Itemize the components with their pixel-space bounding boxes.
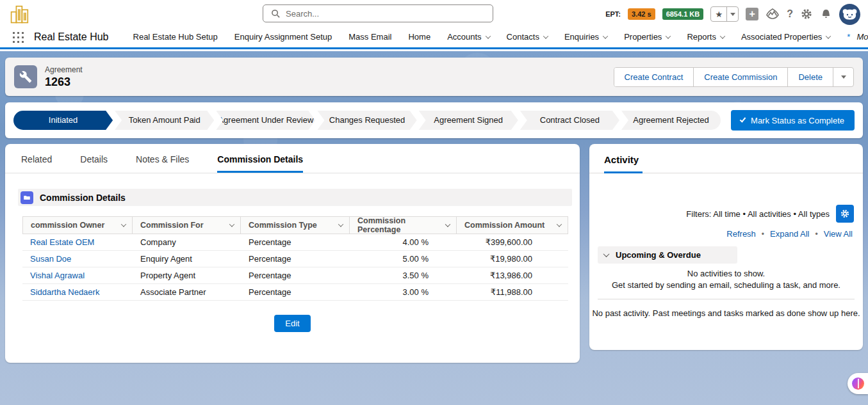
owner-link[interactable]: Siddartha Nedaerk	[30, 287, 99, 297]
assistant-launcher-button[interactable]	[848, 373, 868, 394]
quick-add-button[interactable]: +	[746, 8, 758, 20]
app-name: Real Estate Hub	[34, 31, 109, 43]
user-avatar[interactable]	[839, 4, 860, 25]
table-row: Siddartha Nedaerk Associate Partner Perc…	[22, 284, 568, 301]
col-commission-type[interactable]: Commission Type	[241, 216, 350, 234]
tab-details[interactable]: Details	[80, 154, 108, 173]
table-header-row: commission Owner Commission For Commissi…	[22, 216, 568, 234]
nav-tab-mass-email[interactable]: Mass Email	[348, 32, 391, 42]
tab-related[interactable]: Related	[21, 154, 52, 173]
mark-status-complete-button[interactable]: Mark Status as Complete	[731, 110, 855, 131]
record-detail-panel: Related Details Notes & Files Commission…	[5, 144, 580, 363]
nav-tab-home[interactable]: Home	[408, 32, 430, 42]
ept-label: EPT:	[605, 10, 621, 18]
global-search[interactable]	[263, 4, 493, 22]
create-commission-button[interactable]: Create Commission	[693, 68, 787, 86]
bell-icon	[820, 8, 832, 20]
cell-percentage: 4.00 %	[350, 234, 457, 251]
nav-tab-properties[interactable]: Properties	[624, 32, 670, 42]
col-commission-percentage[interactable]: Commission Percentage	[350, 216, 457, 234]
col-commission-amount[interactable]: Commission Amount	[457, 216, 568, 234]
tab-notes-files[interactable]: Notes & Files	[136, 154, 189, 173]
empty-state-subtitle: Get started by sending an email, schedul…	[589, 280, 863, 291]
chevron-down-icon[interactable]	[229, 221, 234, 226]
nav-tab-contacts[interactable]: Contacts	[507, 32, 548, 42]
create-contract-button[interactable]: Create Contract	[614, 68, 694, 86]
stage-changes-requested[interactable]: Changes Requested	[317, 111, 416, 130]
stage-token-amount-paid[interactable]: Token Amount Paid	[115, 111, 214, 130]
check-icon	[740, 116, 746, 122]
content-area: Agreement 1263 Create Contract Create Co…	[0, 51, 868, 405]
notifications-button[interactable]	[820, 8, 832, 20]
favorites-caret-button[interactable]	[726, 7, 738, 21]
activity-tabs: Activity	[589, 144, 863, 173]
activity-filters: Filters: All time • All activities • All…	[686, 205, 854, 223]
ept-size-badge: 6854.1 KB	[662, 8, 704, 20]
commission-details-section-header: Commission Details	[18, 189, 572, 206]
app-launcher-icon[interactable]	[12, 31, 24, 43]
chevron-down-icon[interactable]	[121, 221, 126, 226]
cell-commission-type: Percentage	[241, 267, 350, 284]
setup-button[interactable]	[800, 8, 813, 20]
chevron-down-icon	[543, 33, 548, 38]
edit-button[interactable]: Edit	[274, 315, 310, 332]
cell-commission-type: Percentage	[241, 284, 350, 301]
divider	[598, 299, 855, 299]
col-commission-owner[interactable]: commission Owner	[22, 216, 133, 234]
guidance-button[interactable]	[766, 8, 780, 20]
cell-commission-type: Percentage	[241, 234, 350, 251]
cell-percentage: 3.50 %	[350, 267, 457, 284]
owner-link[interactable]: Real Estate OEM	[30, 237, 94, 247]
tab-commission-details[interactable]: Commission Details	[217, 154, 303, 173]
star-icon: ★	[715, 10, 723, 19]
section-title: Commission Details	[40, 193, 126, 203]
record-title: Agreement 1263	[45, 65, 83, 89]
upcoming-overdue-title: Upcoming & Overdue	[616, 250, 701, 260]
chevron-down-icon[interactable]	[338, 221, 343, 226]
cell-amount: ₹19,980.00	[457, 251, 568, 267]
cell-commission-type: Percentage	[241, 251, 350, 267]
cell-percentage: 5.00 %	[350, 251, 457, 267]
caret-down-icon	[730, 13, 735, 16]
nav-tab-reports[interactable]: Reports	[687, 32, 725, 42]
owner-link[interactable]: Vishal Agrawal	[30, 271, 85, 280]
chevron-down-icon[interactable]	[557, 221, 562, 226]
chevron-down-icon	[603, 251, 610, 257]
stage-contract-closed[interactable]: Contract Closed	[520, 111, 619, 130]
upcoming-overdue-section[interactable]: Upcoming & Overdue	[598, 246, 737, 264]
nav-tab-enquiries[interactable]: Enquiries	[564, 32, 607, 42]
stage-agreement-signed[interactable]: Agreement Signed	[419, 111, 518, 130]
search-input[interactable]	[286, 9, 493, 19]
caret-down-icon	[841, 75, 846, 79]
nav-tab-associated-properties[interactable]: Associated Properties	[741, 32, 830, 42]
filter-settings-button[interactable]	[836, 205, 854, 223]
commission-table: commission Owner Commission For Commissi…	[22, 216, 568, 301]
chevron-down-icon	[603, 33, 608, 38]
brain-icon	[852, 377, 864, 390]
help-button[interactable]: ?	[787, 8, 793, 20]
chevron-down-icon	[485, 33, 490, 38]
wrench-icon	[19, 70, 32, 83]
more-actions-button[interactable]	[833, 68, 853, 86]
stage-agreement-rejected[interactable]: Agreement Rejected	[621, 111, 721, 130]
view-all-link[interactable]: View All	[824, 229, 853, 239]
refresh-link[interactable]: Refresh	[726, 229, 756, 239]
cell-percentage: 3.00 %	[350, 284, 457, 301]
nav-tab-more[interactable]: *More	[847, 32, 868, 42]
plus-icon: +	[749, 9, 755, 19]
nav-tab-real-estate-hub-setup[interactable]: Real Estate Hub Setup	[133, 32, 218, 42]
tab-activity[interactable]: Activity	[604, 144, 643, 173]
nav-tab-enquiry-assignment-setup[interactable]: Enquiry Assignment Setup	[234, 32, 332, 42]
detail-tabs: Related Details Notes & Files Commission…	[5, 144, 580, 173]
record-header: Agreement 1263 Create Contract Create Co…	[5, 58, 863, 96]
owner-link[interactable]: Susan Doe	[30, 254, 71, 264]
stage-agreement-under-review[interactable]: Agreement Under Review	[216, 111, 315, 130]
expand-all-link[interactable]: Expand All	[770, 229, 809, 239]
col-commission-for[interactable]: Commission For	[133, 216, 241, 234]
delete-button[interactable]: Delete	[787, 68, 833, 86]
favorites-star-button[interactable]: ★	[711, 7, 726, 21]
nav-tabs: Real Estate Hub Setup Enquiry Assignment…	[133, 32, 868, 42]
stage-initiated[interactable]: Initiated	[13, 111, 113, 130]
empty-state-title: No activities to show.	[589, 268, 863, 280]
nav-tab-accounts[interactable]: Accounts	[447, 32, 489, 42]
